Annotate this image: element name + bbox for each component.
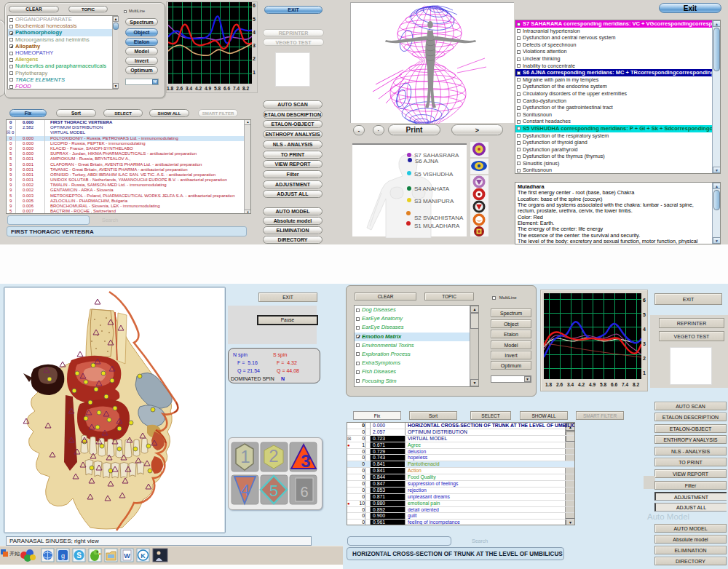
svg-text:开始: 开始	[9, 551, 20, 557]
svg-text:S4 ANAHATA: S4 ANAHATA	[414, 186, 450, 192]
svg-text:W: W	[124, 552, 130, 560]
svg-text:S2 SVADHISTANA: S2 SVADHISTANA	[414, 215, 464, 221]
svg-text:6: 6	[300, 484, 308, 500]
svg-text:S: S	[76, 552, 82, 560]
svg-text:S3 MANIPURA: S3 MANIPURA	[414, 198, 454, 204]
svg-text:S5 VISHUDHA: S5 VISHUDHA	[414, 171, 454, 178]
svg-text:5: 5	[269, 482, 278, 500]
svg-text:S1 MULADHARA: S1 MULADHARA	[414, 223, 460, 229]
svg-text:4: 4	[241, 481, 250, 499]
svg-text:K: K	[141, 552, 146, 560]
svg-text:S6 AJNA: S6 AJNA	[415, 158, 439, 164]
svg-text:1: 1	[240, 447, 250, 466]
svg-text:g: g	[61, 552, 65, 560]
svg-text:3: 3	[301, 451, 310, 471]
svg-text:2: 2	[269, 446, 278, 466]
